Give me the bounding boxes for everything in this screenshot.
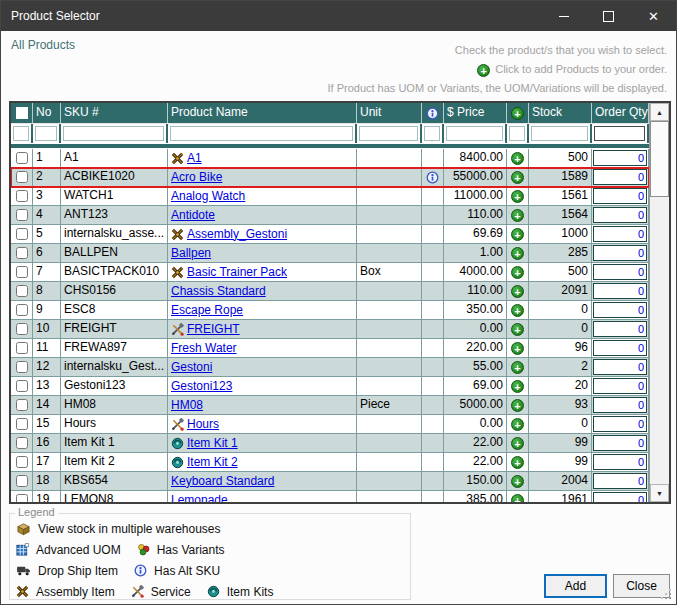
filter-input-price[interactable] — [446, 126, 503, 141]
row-2-checkbox[interactable] — [16, 171, 28, 183]
product-link-18[interactable]: Keyboard Standard — [171, 473, 274, 490]
row-9-checkbox[interactable] — [16, 304, 28, 316]
filter-input-qty[interactable] — [594, 126, 645, 141]
product-link-12[interactable]: Gestoni — [171, 359, 212, 376]
column-header-check[interactable] — [11, 103, 33, 123]
add-product-button[interactable]: + — [511, 380, 524, 393]
row-1-checkbox[interactable] — [16, 152, 28, 164]
add-product-button[interactable]: + — [511, 494, 524, 503]
order-qty-input-14[interactable] — [593, 397, 647, 413]
column-header-name[interactable]: Product Name — [168, 103, 357, 123]
column-header-price[interactable]: $ Price — [444, 103, 507, 123]
order-qty-input-19[interactable] — [593, 492, 647, 502]
add-product-button[interactable]: + — [511, 342, 524, 355]
add-product-button[interactable]: + — [511, 399, 524, 412]
order-qty-input-4[interactable] — [593, 207, 647, 223]
all-products-link[interactable]: All Products — [11, 38, 75, 52]
order-qty-input-1[interactable] — [593, 150, 647, 166]
column-header-no[interactable]: No — [33, 103, 61, 123]
column-header-qty[interactable]: Order Qty — [592, 103, 649, 123]
row-18-checkbox[interactable] — [16, 475, 28, 487]
product-link-14[interactable]: HM08 — [171, 397, 203, 414]
product-link-2[interactable]: Acro Bike — [171, 169, 222, 186]
order-qty-input-13[interactable] — [593, 378, 647, 394]
row-13-checkbox[interactable] — [16, 380, 28, 392]
maximize-button[interactable] — [586, 1, 631, 31]
product-link-19[interactable]: Lemonade — [171, 492, 228, 503]
add-product-button[interactable]: + — [511, 209, 524, 222]
product-link-4[interactable]: Antidote — [171, 207, 215, 224]
product-link-11[interactable]: Fresh Water — [171, 340, 237, 357]
product-link-8[interactable]: Chassis Standard — [171, 283, 266, 300]
add-product-button[interactable]: + — [511, 323, 524, 336]
order-qty-input-8[interactable] — [593, 283, 647, 299]
add-product-button[interactable]: + — [511, 285, 524, 298]
add-product-button[interactable]: + — [511, 475, 524, 488]
product-link-6[interactable]: Ballpen — [171, 245, 211, 262]
scroll-down-button[interactable]: ▼ — [650, 484, 669, 502]
order-qty-input-16[interactable] — [593, 435, 647, 451]
product-link-15[interactable]: Hours — [187, 416, 219, 433]
row-14-checkbox[interactable] — [16, 399, 28, 411]
row-3-checkbox[interactable] — [16, 190, 28, 202]
select-all-checkbox[interactable] — [16, 107, 28, 119]
scroll-thumb[interactable] — [650, 121, 669, 197]
filter-input-sku[interactable] — [63, 126, 164, 141]
filter-input-unit[interactable] — [359, 126, 418, 141]
order-qty-input-17[interactable] — [593, 454, 647, 470]
product-link-7[interactable]: Basic Trainer Pack — [187, 264, 287, 281]
add-product-button[interactable]: + — [511, 228, 524, 241]
product-link-10[interactable]: FREIGHT — [187, 321, 240, 338]
product-link-9[interactable]: Escape Rope — [171, 302, 243, 319]
add-button[interactable]: Add — [544, 574, 607, 598]
product-link-1[interactable]: A1 — [187, 150, 202, 167]
order-qty-input-6[interactable] — [593, 245, 647, 261]
row-11-checkbox[interactable] — [16, 342, 28, 354]
add-product-button[interactable]: + — [511, 152, 524, 165]
order-qty-input-12[interactable] — [593, 359, 647, 375]
row-6-checkbox[interactable] — [16, 247, 28, 259]
filter-input-name[interactable] — [170, 126, 353, 141]
add-product-button[interactable]: + — [511, 456, 524, 469]
product-link-16[interactable]: Item Kit 1 — [187, 435, 238, 452]
add-product-button[interactable]: + — [511, 361, 524, 374]
filter-input-stock[interactable] — [531, 126, 588, 141]
order-qty-input-15[interactable] — [593, 416, 647, 432]
order-qty-input-10[interactable] — [593, 321, 647, 337]
row-19-checkbox[interactable] — [16, 494, 28, 502]
row-8-checkbox[interactable] — [16, 285, 28, 297]
scroll-track[interactable] — [650, 197, 669, 484]
add-product-button[interactable]: + — [511, 190, 524, 203]
order-qty-input-11[interactable] — [593, 340, 647, 356]
row-17-checkbox[interactable] — [16, 456, 28, 468]
row-10-checkbox[interactable] — [16, 323, 28, 335]
product-link-5[interactable]: Assembly_Gestoni — [187, 226, 287, 243]
resize-grip-icon[interactable] — [669, 597, 671, 599]
column-header-stock[interactable]: Stock — [529, 103, 592, 123]
add-product-button[interactable]: + — [511, 304, 524, 317]
add-product-button[interactable]: + — [511, 247, 524, 260]
add-product-button[interactable]: + — [511, 437, 524, 450]
minimize-button[interactable] — [541, 1, 586, 31]
product-link-17[interactable]: Item Kit 2 — [187, 454, 238, 471]
close-dialog-button[interactable]: Close — [613, 574, 670, 598]
scroll-up-button[interactable]: ▲ — [650, 103, 669, 121]
row-16-checkbox[interactable] — [16, 437, 28, 449]
row-7-checkbox[interactable] — [16, 266, 28, 278]
order-qty-input-7[interactable] — [593, 264, 647, 280]
add-product-button[interactable]: + — [511, 171, 524, 184]
order-qty-input-18[interactable] — [593, 473, 647, 489]
column-header-add[interactable]: + — [507, 103, 529, 123]
order-qty-input-5[interactable] — [593, 226, 647, 242]
add-product-button[interactable]: + — [511, 266, 524, 279]
column-header-unit[interactable]: Unit — [357, 103, 422, 123]
vertical-scrollbar[interactable]: ▲ ▼ — [649, 103, 669, 502]
row-12-checkbox[interactable] — [16, 361, 28, 373]
filter-input-no[interactable] — [35, 126, 57, 141]
product-link-3[interactable]: Analog Watch — [171, 188, 245, 205]
order-qty-input-2[interactable] — [593, 169, 647, 185]
column-header-alt[interactable] — [422, 103, 444, 123]
row-15-checkbox[interactable] — [16, 418, 28, 430]
row-4-checkbox[interactable] — [16, 209, 28, 221]
order-qty-input-9[interactable] — [593, 302, 647, 318]
